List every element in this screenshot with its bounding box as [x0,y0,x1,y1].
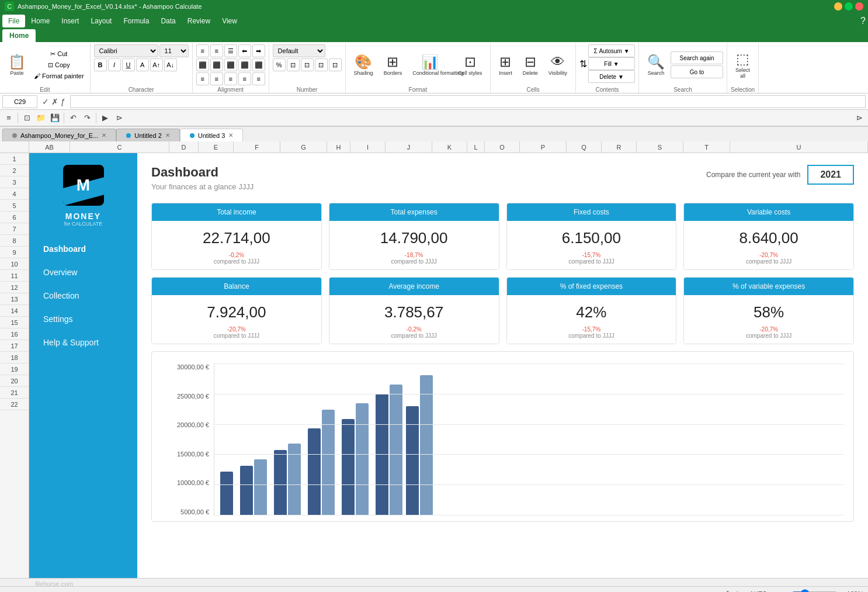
copy-button[interactable]: ⊡ Copy [32,60,86,70]
cross-icon[interactable]: ✗ [51,97,58,106]
col-header-S[interactable]: S [637,141,683,153]
border-button[interactable]: ⬛ [238,58,251,71]
col-header-G[interactable]: G [280,141,327,153]
format2-button[interactable]: ⬛ [252,58,265,71]
bold-button[interactable]: B [94,58,107,71]
nav-dashboard[interactable]: Dashboard [35,238,131,259]
borders-button[interactable]: ⊞ Borders [379,47,407,82]
col-header-AB[interactable]: AB [29,141,70,153]
format-painter-button[interactable]: 🖌 Format painter [32,71,86,81]
align-top-right-button[interactable]: ☰ [224,44,237,57]
col-header-L[interactable]: L [467,141,485,153]
indent-dec-button[interactable]: ⬅ [238,44,251,57]
align-top-left-button[interactable]: ≡ [196,44,209,57]
pointer-icon[interactable]: ⊳ [113,112,126,124]
maximize-button[interactable] [845,2,853,11]
new-icon[interactable]: ⊡ [20,112,33,124]
col-header-Q[interactable]: Q [567,141,602,153]
right-icon[interactable]: ⊳ [853,112,866,124]
zoom-slider[interactable] [791,589,838,593]
col-header-J[interactable]: J [386,141,432,153]
align-top-center-button[interactable]: ≡ [210,44,223,57]
shading-button[interactable]: 🎨 Shading [349,47,378,82]
italic-button[interactable]: I [108,58,121,71]
delete-content-button[interactable]: Delete ▼ [588,70,635,83]
menu-review[interactable]: Review [182,15,216,27]
dec-inc-button[interactable]: ⊡ [315,58,328,71]
col-header-F[interactable]: F [234,141,280,153]
zoom-in-icon[interactable]: + [841,590,844,593]
redo-icon[interactable]: ↷ [81,112,93,124]
wrap-text-button[interactable]: ⬛ [210,58,223,71]
indent-inc-button[interactable]: ➡ [252,44,265,57]
nav-overview[interactable]: Overview [35,262,131,283]
nav-collection[interactable]: Collection [35,285,131,306]
close-button[interactable] [855,2,863,11]
increase-font-button[interactable]: A↑ [150,58,163,71]
percent-button[interactable]: % [273,58,286,71]
refresh-icon[interactable]: ↻ [726,590,731,592]
col-header-U[interactable]: U [730,141,868,153]
menu-data[interactable]: Data [155,15,181,27]
insert-button[interactable]: ⊞ Insert [494,47,517,82]
delete-button[interactable]: ⊟ Delete [518,47,543,82]
nav-help[interactable]: Help & Support [35,332,131,353]
autosum-button[interactable]: Σ Autosum ▼ [588,44,635,57]
checkmark-icon[interactable]: ✓ [42,97,49,106]
cursor-icon[interactable]: ▶ [99,112,112,124]
col-header-D[interactable]: D [169,141,199,153]
center-align-button[interactable]: ≡ [210,72,223,85]
fill-button[interactable]: Fill ▼ [588,57,635,70]
underline-button[interactable]: U [122,58,135,71]
year-box[interactable]: 2021 [807,165,854,185]
menu-layout[interactable]: Layout [85,15,117,27]
right-align-button[interactable]: ≡ [224,72,237,85]
help-icon[interactable]: ? [860,16,866,26]
sheet-tab-1[interactable]: Ashampoo_Money_for_E... ✕ [2,129,116,141]
paste-button[interactable]: 📋 Paste [4,47,30,82]
font-size-select[interactable]: 11 [159,44,189,57]
zoom-out-icon[interactable]: — [783,590,789,593]
col-header-T[interactable]: T [683,141,730,153]
number-format-select[interactable]: Default [273,44,325,57]
col-header-I[interactable]: I [350,141,386,153]
justify-button[interactable]: ≡ [238,72,251,85]
menu-insert[interactable]: Insert [55,15,85,27]
tab-home[interactable]: Home [2,29,36,42]
thousand-button[interactable]: ⊡ [287,58,300,71]
undo-icon[interactable]: ↶ [67,112,79,124]
merge-button[interactable]: ⬛ [224,58,237,71]
decrease-font-button[interactable]: A↓ [164,58,177,71]
menu-toggle-icon[interactable]: ≡ [2,112,15,124]
rtl-button[interactable]: ≡ [252,72,265,85]
function-icon[interactable]: ƒ [61,97,65,106]
sheet-tab-3[interactable]: Untitled 3 ✕ [180,129,243,141]
cut-button[interactable]: ✂ Cut [32,49,86,59]
goto-button[interactable]: Go to [671,65,723,78]
font-color-button[interactable]: A [136,58,149,71]
conditional-format-button[interactable]: 📊 Conditional formatting [408,47,452,82]
align-left-button[interactable]: ⬛ [196,58,209,71]
tab-close-1[interactable]: ✕ [102,132,106,139]
minimize-button[interactable] [834,2,842,11]
horizontal-scrollbar[interactable] [0,578,868,586]
col-header-K[interactable]: K [432,141,467,153]
search-button[interactable]: 🔍 Search [643,47,669,82]
cell-styles-button[interactable]: ⊡ Cell styles [453,47,487,82]
col-header-O[interactable]: O [485,141,520,153]
sheet-tab-2[interactable]: Untitled 2 ✕ [116,129,179,141]
tab-close-2[interactable]: ✕ [165,132,170,139]
visibility-button[interactable]: 👁 Visibility [544,47,572,82]
tab-close-3[interactable]: ✕ [228,132,233,139]
col-header-R[interactable]: R [602,141,637,153]
menu-file[interactable]: File [2,15,25,27]
formula-input[interactable] [70,95,866,108]
cell-ref-input[interactable] [2,95,37,108]
font-name-select[interactable]: Calibri [94,44,158,57]
col-header-E[interactable]: E [199,141,234,153]
search-again-button[interactable]: Search again [671,51,723,64]
number-btn3[interactable]: ⊡ [301,58,314,71]
open-icon[interactable]: 📁 [34,112,47,124]
menu-formula[interactable]: Formula [117,15,155,27]
col-header-P[interactable]: P [520,141,567,153]
